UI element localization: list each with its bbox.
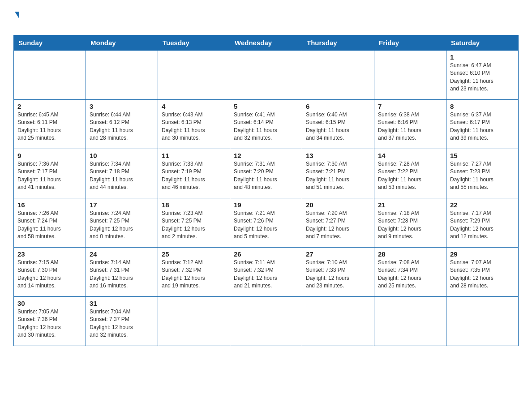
day-info: Sunrise: 7:33 AM Sunset: 7:19 PM Dayligh… <box>162 160 226 192</box>
day-info: Sunrise: 7:24 AM Sunset: 7:25 PM Dayligh… <box>90 210 154 241</box>
day-info: Sunrise: 6:41 AM Sunset: 6:14 PM Dayligh… <box>234 111 298 142</box>
day-number: 12 <box>234 152 298 159</box>
day-info: Sunrise: 7:08 AM Sunset: 7:34 PM Dayligh… <box>378 259 442 290</box>
calendar-cell: 7Sunrise: 6:38 AM Sunset: 6:16 PM Daylig… <box>374 100 446 149</box>
calendar-cell <box>302 297 374 346</box>
day-info: Sunrise: 7:26 AM Sunset: 7:24 PM Dayligh… <box>17 210 82 241</box>
day-number: 30 <box>17 300 82 307</box>
calendar-header-tuesday: Tuesday <box>158 35 230 51</box>
calendar-week-row: 9Sunrise: 7:36 AM Sunset: 7:17 PM Daylig… <box>14 149 519 198</box>
calendar-cell: 10Sunrise: 7:34 AM Sunset: 7:18 PM Dayli… <box>86 149 158 198</box>
calendar-cell: 13Sunrise: 7:30 AM Sunset: 7:21 PM Dayli… <box>302 149 374 198</box>
day-info: Sunrise: 7:36 AM Sunset: 7:17 PM Dayligh… <box>17 160 82 192</box>
calendar-cell: 1Sunrise: 6:47 AM Sunset: 6:10 PM Daylig… <box>446 51 519 100</box>
day-number: 14 <box>378 152 442 159</box>
day-number: 18 <box>162 201 226 209</box>
calendar-cell: 12Sunrise: 7:31 AM Sunset: 7:20 PM Dayli… <box>230 149 302 198</box>
day-number: 8 <box>450 103 515 110</box>
calendar-cell: 29Sunrise: 7:07 AM Sunset: 7:35 PM Dayli… <box>446 248 519 297</box>
day-info: Sunrise: 7:07 AM Sunset: 7:35 PM Dayligh… <box>450 259 515 290</box>
calendar-cell: 8Sunrise: 6:37 AM Sunset: 6:17 PM Daylig… <box>446 100 519 149</box>
day-info: Sunrise: 7:11 AM Sunset: 7:32 PM Dayligh… <box>234 259 298 290</box>
calendar-cell <box>14 51 86 100</box>
calendar-cell: 28Sunrise: 7:08 AM Sunset: 7:34 PM Dayli… <box>374 248 446 297</box>
day-number: 20 <box>306 201 370 209</box>
calendar-header-saturday: Saturday <box>446 35 519 51</box>
calendar-header-wednesday: Wednesday <box>230 35 302 51</box>
day-number: 10 <box>90 152 154 159</box>
calendar-cell: 30Sunrise: 7:05 AM Sunset: 7:36 PM Dayli… <box>14 297 86 346</box>
calendar-cell: 23Sunrise: 7:15 AM Sunset: 7:30 PM Dayli… <box>14 248 86 297</box>
calendar-header-sunday: Sunday <box>14 35 86 51</box>
calendar-cell: 15Sunrise: 7:27 AM Sunset: 7:23 PM Dayli… <box>446 149 519 198</box>
day-number: 2 <box>17 103 82 110</box>
day-info: Sunrise: 7:34 AM Sunset: 7:18 PM Dayligh… <box>90 160 154 192</box>
calendar-cell <box>158 51 230 100</box>
calendar-cell <box>374 297 446 346</box>
day-number: 28 <box>378 250 442 258</box>
day-info: Sunrise: 7:27 AM Sunset: 7:23 PM Dayligh… <box>450 160 515 192</box>
day-info: Sunrise: 7:14 AM Sunset: 7:31 PM Dayligh… <box>90 259 154 290</box>
calendar-cell: 19Sunrise: 7:21 AM Sunset: 7:26 PM Dayli… <box>230 198 302 248</box>
calendar-week-row: 23Sunrise: 7:15 AM Sunset: 7:30 PM Dayli… <box>14 248 519 297</box>
calendar-cell <box>302 51 374 100</box>
day-info: Sunrise: 7:30 AM Sunset: 7:21 PM Dayligh… <box>306 160 370 192</box>
calendar-cell: 17Sunrise: 7:24 AM Sunset: 7:25 PM Dayli… <box>86 198 158 248</box>
calendar-cell: 9Sunrise: 7:36 AM Sunset: 7:17 PM Daylig… <box>14 149 86 198</box>
calendar-cell: 2Sunrise: 6:45 AM Sunset: 6:11 PM Daylig… <box>14 100 86 149</box>
calendar-table: SundayMondayTuesdayWednesdayThursdayFrid… <box>13 35 519 346</box>
calendar-cell: 14Sunrise: 7:28 AM Sunset: 7:22 PM Dayli… <box>374 149 446 198</box>
calendar-cell <box>86 51 158 100</box>
calendar-cell: 18Sunrise: 7:23 AM Sunset: 7:25 PM Dayli… <box>158 198 230 248</box>
calendar-cell <box>230 51 302 100</box>
day-number: 4 <box>162 103 226 110</box>
calendar-cell <box>230 297 302 346</box>
logo-general <box>13 13 19 19</box>
calendar-cell: 16Sunrise: 7:26 AM Sunset: 7:24 PM Dayli… <box>14 198 86 248</box>
day-info: Sunrise: 6:38 AM Sunset: 6:16 PM Dayligh… <box>378 111 442 142</box>
day-info: Sunrise: 7:05 AM Sunset: 7:36 PM Dayligh… <box>17 308 82 339</box>
day-info: Sunrise: 7:31 AM Sunset: 7:20 PM Dayligh… <box>234 160 298 192</box>
calendar-cell <box>374 51 446 100</box>
day-number: 13 <box>306 152 370 159</box>
calendar-cell: 31Sunrise: 7:04 AM Sunset: 7:37 PM Dayli… <box>86 297 158 346</box>
day-number: 9 <box>17 152 82 159</box>
logo-arrow-icon <box>15 12 19 19</box>
day-info: Sunrise: 7:28 AM Sunset: 7:22 PM Dayligh… <box>378 160 442 192</box>
day-info: Sunrise: 7:15 AM Sunset: 7:30 PM Dayligh… <box>17 259 82 290</box>
day-info: Sunrise: 6:37 AM Sunset: 6:17 PM Dayligh… <box>450 111 515 142</box>
day-number: 24 <box>90 250 154 258</box>
calendar-header-friday: Friday <box>374 35 446 51</box>
calendar-cell: 4Sunrise: 6:43 AM Sunset: 6:13 PM Daylig… <box>158 100 230 149</box>
day-info: Sunrise: 7:10 AM Sunset: 7:33 PM Dayligh… <box>306 259 370 290</box>
day-number: 27 <box>306 250 370 258</box>
calendar-cell: 6Sunrise: 6:40 AM Sunset: 6:15 PM Daylig… <box>302 100 374 149</box>
day-number: 26 <box>234 250 298 258</box>
calendar-cell: 21Sunrise: 7:18 AM Sunset: 7:28 PM Dayli… <box>374 198 446 248</box>
day-number: 29 <box>450 250 515 258</box>
day-info: Sunrise: 7:04 AM Sunset: 7:37 PM Dayligh… <box>90 308 154 339</box>
day-info: Sunrise: 6:45 AM Sunset: 6:11 PM Dayligh… <box>17 111 82 142</box>
calendar-header-monday: Monday <box>86 35 158 51</box>
calendar-week-row: 2Sunrise: 6:45 AM Sunset: 6:11 PM Daylig… <box>14 100 519 149</box>
day-info: Sunrise: 7:17 AM Sunset: 7:29 PM Dayligh… <box>450 210 515 241</box>
day-number: 3 <box>90 103 154 110</box>
day-number: 21 <box>378 201 442 209</box>
calendar-cell: 27Sunrise: 7:10 AM Sunset: 7:33 PM Dayli… <box>302 248 374 297</box>
day-info: Sunrise: 7:12 AM Sunset: 7:32 PM Dayligh… <box>162 259 226 290</box>
calendar-cell: 24Sunrise: 7:14 AM Sunset: 7:31 PM Dayli… <box>86 248 158 297</box>
calendar-cell: 20Sunrise: 7:20 AM Sunset: 7:27 PM Dayli… <box>302 198 374 248</box>
page-header <box>13 9 519 30</box>
day-info: Sunrise: 6:47 AM Sunset: 6:10 PM Dayligh… <box>450 62 515 93</box>
day-number: 25 <box>162 250 226 258</box>
calendar-cell: 26Sunrise: 7:11 AM Sunset: 7:32 PM Dayli… <box>230 248 302 297</box>
day-number: 11 <box>162 152 226 159</box>
logo <box>13 9 19 30</box>
calendar-cell: 25Sunrise: 7:12 AM Sunset: 7:32 PM Dayli… <box>158 248 230 297</box>
day-number: 6 <box>306 103 370 110</box>
day-number: 17 <box>90 201 154 209</box>
calendar-week-row: 1Sunrise: 6:47 AM Sunset: 6:10 PM Daylig… <box>14 51 519 100</box>
day-info: Sunrise: 6:44 AM Sunset: 6:12 PM Dayligh… <box>90 111 154 142</box>
calendar-cell <box>446 297 519 346</box>
day-number: 5 <box>234 103 298 110</box>
